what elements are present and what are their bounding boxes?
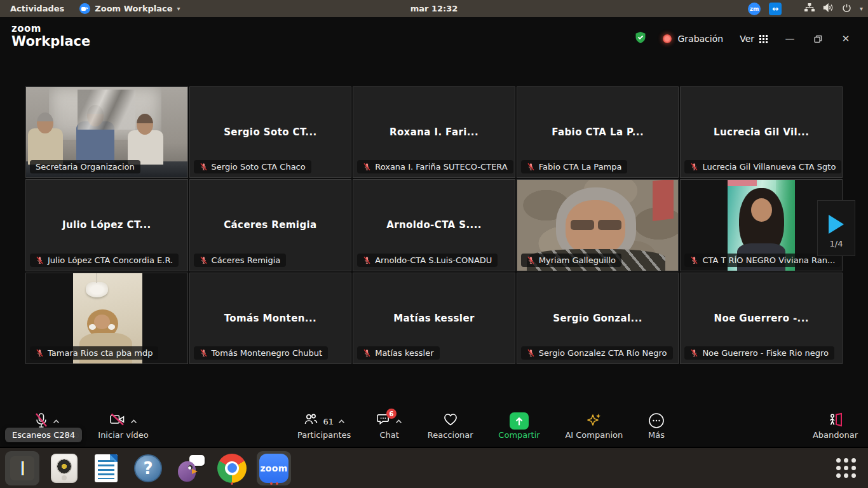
participants-count: 61 [323,417,334,426]
muted-mic-icon [36,349,44,357]
activities-button[interactable]: Actividades [6,3,68,15]
participants-label: Participantes [297,430,351,440]
participant-tile[interactable]: Secretaria Organizacion [25,86,188,178]
participant-tile[interactable]: Noe Guerrero -...Noe Guerrero - Fiske Ri… [680,273,843,364]
dock-item-text-editor[interactable] [5,451,39,485]
dock-item-help[interactable]: ? [131,451,165,485]
video-options-caret[interactable] [130,416,137,426]
participant-name-text: Julio López CTA Concordia E.R. [48,255,173,265]
chat-label: Chat [379,430,398,440]
pidgin-icon [175,454,205,483]
video-art-shape [96,273,97,283]
participant-tile[interactable]: Tomás Monten...Tomás Montenegro Chubut [189,273,352,364]
next-page-arrow-icon [829,215,844,234]
video-art-shape [128,130,163,165]
participant-tile[interactable]: Tamara Rios cta pba mdp [25,273,188,364]
participant-name-text: CTA T RÍO NEGRO Viviana Ran... [702,255,835,265]
participant-tile[interactable]: Arnoldo-CTA S....Arnoldo-CTA S.Luis-CONA… [353,179,515,271]
participant-label: Julio López CTA Concordia E.R. [30,254,179,267]
sparkles-icon [586,412,602,428]
zoom-tray-icon[interactable]: zm [748,3,761,15]
recording-dot-icon [663,34,672,43]
participants-caret[interactable] [338,416,345,426]
dock-item-pidgin[interactable] [173,451,207,485]
participant-tile[interactable]: Sergio Soto CT...Sergio Soto CTA Chaco [189,86,352,178]
participant-tile[interactable]: Julio López CT...Julio López CTA Concord… [25,179,188,271]
participant-tile[interactable]: Fabio CTA La P...Fabio CTA La Pampa [517,86,679,178]
close-button[interactable]: ✕ [840,33,851,44]
muted-mic-icon [527,256,535,264]
dock-item-chrome[interactable] [215,451,249,485]
network-icon[interactable] [804,3,815,14]
mic-options-caret[interactable] [53,416,60,426]
share-label: Compartir [498,430,539,440]
dock-item-zoom[interactable]: zoom [257,451,291,485]
dock-item-audio[interactable] [47,451,81,485]
participant-label: Lucrecia Gil Villanueva CTA Sgto [684,160,841,173]
react-button[interactable]: Reaccionar [428,409,473,440]
show-applications-button[interactable] [834,456,859,481]
logo-line2: Workplace [11,34,90,48]
view-button[interactable]: Ver [740,34,768,44]
participant-label: Cáceres Remigia [194,254,287,267]
device-tooltip: Escaneos C284 [5,428,82,442]
gallery-next-page-button[interactable]: 1/4 [817,200,855,256]
participant-tile[interactable]: Lucrecia Gil Vil...Lucrecia Gil Villanue… [680,86,843,178]
participant-label: Matías kessler [357,346,439,360]
participant-name-text: Tamara Rios cta pba mdp [48,348,153,358]
participant-name-text: Lucrecia Gil Villanueva CTA Sgto [702,162,836,172]
minimize-button[interactable]: — [784,33,796,44]
heart-icon [443,412,458,426]
app-menu-label: Zoom Workplace [95,4,172,13]
participant-label: Fabio CTA La Pampa [521,160,628,173]
participant-name-text: Sergio Soto CTA Chaco [212,162,306,172]
app-menu[interactable]: Zoom Workplace ▾ [79,3,180,14]
chevron-down-icon: ▾ [177,5,180,12]
muted-mic-icon [527,163,535,171]
chat-button[interactable]: 6 Chat [376,409,402,440]
speaker-icon [51,454,78,483]
participant-tile[interactable]: Roxana I. Fari...Roxana I. Fariña SUTECO… [353,86,515,178]
system-menu-caret-icon[interactable]: ▾ [860,5,863,12]
power-icon[interactable] [842,3,851,15]
share-screen-icon [510,412,529,430]
share-button[interactable]: Compartir [498,409,539,440]
video-art-shape [28,128,64,165]
start-video-button[interactable]: Iniciar vídeo [90,409,156,440]
participants-button[interactable]: 61 Participantes [297,409,351,440]
video-art-shape [751,198,772,222]
video-art-shape [728,180,757,186]
ai-companion-label: AI Companion [565,430,623,440]
muted-mic-icon [363,349,371,357]
more-button[interactable]: Más [648,409,665,440]
participant-name-text: Tomás Montenegro Chubut [212,348,323,358]
participant-tile[interactable]: Sergio Gonzal...Sergio Gonzalez CTA Río … [517,273,679,364]
video-art-shape [94,315,110,329]
leave-label: Abandonar [813,430,858,440]
muted-mic-icon [200,163,208,171]
zoom-workplace-logo: zoom Workplace [11,24,90,48]
volume-icon[interactable] [823,3,834,14]
meeting-toolbar: Reactivar audio Iniciar vídeo Escaneos C… [0,407,868,447]
recording-label: Grabación [677,34,723,44]
more-label: Más [648,430,665,440]
participant-tile[interactable]: Myriam Galleguillo [517,179,679,271]
more-ellipsis-icon [648,412,665,429]
video-art-shape [653,179,674,221]
participant-label: Secretaria Organizacion [30,160,140,173]
participant-tile[interactable]: Cáceres RemigiaCáceres Remigia [189,179,352,271]
ai-companion-button[interactable]: AI Companion [565,409,623,440]
muted-mic-icon [690,349,698,357]
teamviewer-tray-icon[interactable]: ↔ [769,3,782,15]
participant-name-text: Myriam Galleguillo [539,255,616,265]
restore-button[interactable] [812,33,824,44]
leave-button[interactable]: Abandonar [813,409,858,440]
participant-tile[interactable]: Matías kesslerMatías kessler [353,273,515,364]
security-shield-icon[interactable] [635,31,646,46]
page-indicator: 1/4 [830,239,843,248]
help-icon: ? [134,454,162,482]
chat-caret[interactable] [395,416,402,426]
participant-label: Sergio Gonzalez CTA Río Negro [521,346,673,360]
dock-item-libreoffice-writer[interactable] [89,451,123,485]
recording-indicator[interactable]: Grabación [663,34,723,44]
